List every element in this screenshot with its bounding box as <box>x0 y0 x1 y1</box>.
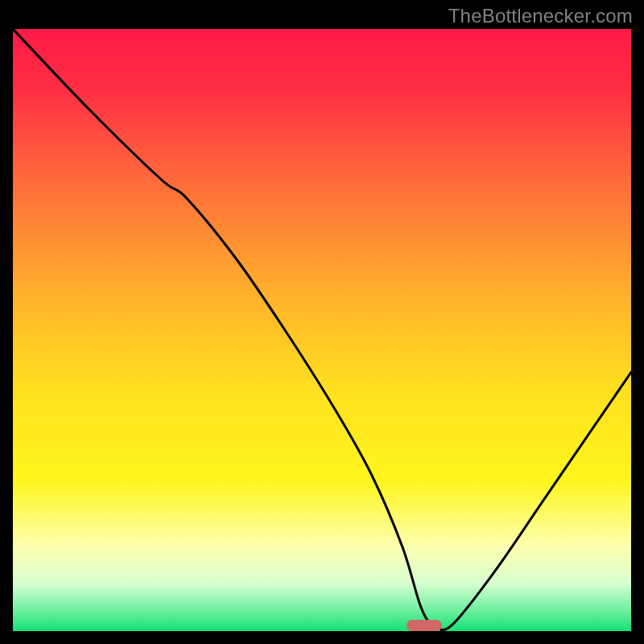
watermark-text: TheBottlenecker.com <box>448 5 633 27</box>
optimal-marker <box>407 620 442 631</box>
gradient-background <box>13 29 631 631</box>
bottleneck-chart <box>13 29 631 631</box>
chart-frame <box>13 29 631 631</box>
